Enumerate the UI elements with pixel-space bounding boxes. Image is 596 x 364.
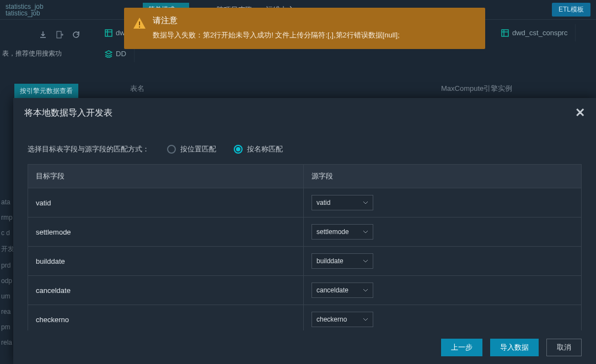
layers-icon (105, 50, 112, 58)
source-field-select[interactable]: settlemode (312, 224, 373, 240)
breadcrumb-line2: tatistics_job (6, 10, 44, 17)
refresh-icon[interactable] (72, 30, 80, 39)
chevron-down-icon (363, 317, 368, 322)
list-item[interactable]: 开发 (1, 245, 14, 254)
column-header-engine: MaxCompute引擎实例 (441, 84, 512, 94)
radio-by-position[interactable]: 按位置匹配 (167, 144, 216, 154)
column-source: 源字段 (304, 165, 581, 188)
list-item[interactable]: prd (1, 262, 14, 269)
modal-title: 将本地数据导入开发表 (24, 107, 112, 119)
select-value: vatid (316, 199, 330, 207)
target-field: vatid (28, 188, 304, 217)
download-icon[interactable] (39, 30, 47, 39)
match-label: 选择目标表字段与源字段的匹配方式： (28, 144, 149, 154)
target-field: canceldate (28, 276, 304, 305)
table-icon (105, 29, 112, 37)
warning-alert: 请注意 数据导入失败：第2行开始未导入成功! 文件上传分隔符:[,],第2行错误… (124, 8, 485, 49)
table-row: settlemodesettlemode (28, 217, 581, 246)
list-item[interactable]: rmp (1, 214, 14, 221)
import-button[interactable]: 导入数据 (490, 339, 539, 356)
import-modal: 将本地数据导入开发表 ✕ 选择目标表字段与源字段的匹配方式： 按位置匹配 按名称… (13, 98, 596, 364)
etl-template-button[interactable]: ETL模板 (552, 3, 590, 17)
tab-label: dwd_cst_consprc (512, 29, 567, 37)
list-item[interactable]: rela (1, 339, 14, 346)
list-item[interactable]: rea (1, 308, 14, 316)
radio-icon (234, 145, 243, 154)
table-row: vatidvatid (28, 188, 581, 217)
target-field: builddate (28, 247, 304, 275)
list-item[interactable]: ata (1, 198, 14, 206)
column-header-name: 表名 (130, 84, 144, 94)
radio-icon (167, 145, 176, 154)
alert-body: 数据导入失败：第2行开始未导入成功! 文件上传分隔符:[,],第2行错误数据[n… (153, 30, 475, 40)
cancel-button[interactable]: 取消 (546, 339, 582, 356)
chevron-down-icon (363, 258, 368, 264)
chevron-down-icon (363, 229, 368, 235)
table-icon (501, 29, 509, 37)
tab-consprc[interactable]: dwd_cst_consprc (493, 24, 576, 41)
table-row: checkernocheckerno (28, 305, 581, 330)
field-mapping-table: 目标字段 源字段 vatidvatidsettlemodesettlemodeb… (28, 164, 582, 330)
svg-rect-2 (502, 30, 508, 36)
svg-rect-3 (139, 21, 140, 25)
breadcrumb-line1: statistics_job (6, 3, 44, 10)
list-item[interactable]: um (1, 292, 14, 300)
prev-button[interactable]: 上一步 (441, 339, 482, 356)
table-row: builddatebuilddate (28, 246, 581, 275)
list-item[interactable]: odp (1, 277, 14, 285)
alert-title: 请注意 (153, 15, 475, 26)
column-target: 目标字段 (28, 165, 304, 188)
source-field-select[interactable]: checkerno (312, 312, 373, 327)
chevron-down-icon (363, 200, 368, 205)
source-field-select[interactable]: vatid (312, 195, 373, 210)
list-item[interactable]: c d (1, 229, 14, 237)
chevron-down-icon (363, 287, 368, 293)
new-file-icon[interactable] (55, 30, 64, 39)
engine-metadata-button[interactable]: 按引擎元数据查看 (14, 84, 78, 99)
warning-icon (133, 17, 146, 30)
tab-label: DD (116, 50, 126, 58)
target-field: checkerno (28, 305, 304, 330)
svg-rect-0 (57, 31, 61, 38)
select-value: builddate (316, 257, 343, 265)
svg-rect-4 (139, 26, 140, 28)
select-value: canceldate (316, 286, 348, 294)
radio-by-name[interactable]: 按名称匹配 (234, 144, 283, 154)
radio-label: 按名称匹配 (247, 144, 283, 154)
close-icon[interactable]: ✕ (575, 106, 585, 120)
table-row: canceldatecanceldate (28, 275, 581, 305)
source-field-select[interactable]: builddate (312, 253, 373, 269)
svg-rect-1 (105, 30, 112, 36)
list-item[interactable]: pm (1, 323, 14, 331)
radio-label: 按位置匹配 (180, 144, 216, 154)
sidebar-list: ata rmp c d 开发 prd odp um rea pm rela (0, 198, 14, 346)
source-field-select[interactable]: canceldate (312, 282, 373, 298)
sidebar-hint: 表，推荐使用搜索功 (0, 47, 64, 61)
target-field: settlemode (28, 218, 304, 246)
select-value: checkerno (316, 316, 347, 323)
select-value: settlemode (316, 228, 349, 236)
